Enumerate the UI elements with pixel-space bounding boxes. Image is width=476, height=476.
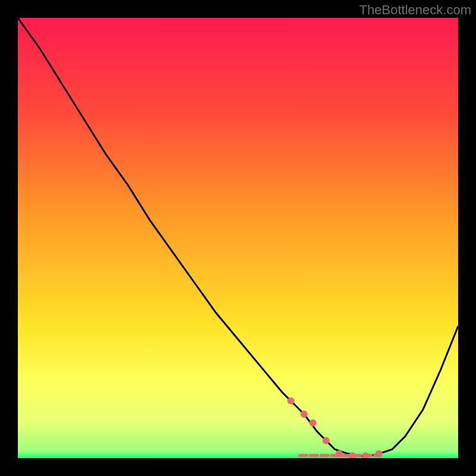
marker-dot: [287, 397, 295, 405]
curve-layer: [18, 18, 458, 458]
marker-dot: [300, 411, 308, 418]
marker-dot: [375, 450, 383, 458]
plot-area: [18, 18, 458, 458]
marker-dot: [362, 452, 369, 458]
marker-dot: [322, 437, 330, 444]
watermark-text: TheBottleneck.com: [359, 2, 471, 18]
marker-dot: [309, 419, 317, 427]
bottleneck-curve: [18, 18, 458, 456]
chart-frame: TheBottleneck.com: [0, 0, 476, 476]
marker-dot: [336, 450, 343, 458]
